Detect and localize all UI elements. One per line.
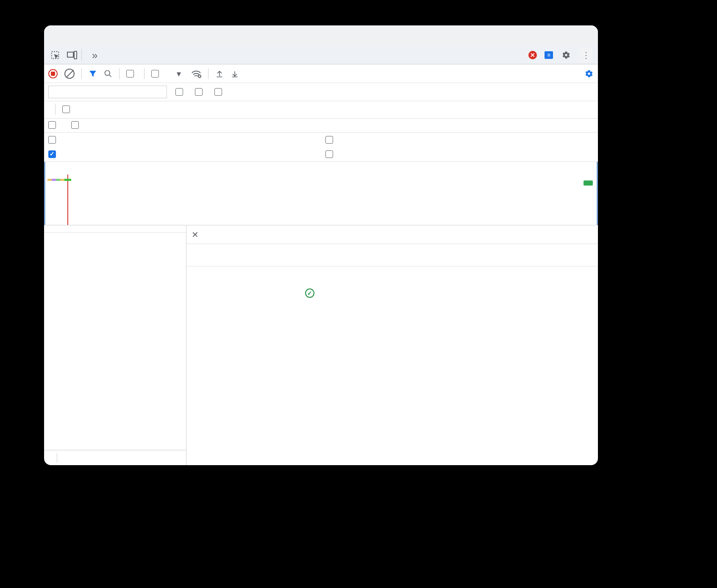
checkbox-icon [325, 136, 333, 144]
filter-input[interactable] [48, 86, 167, 98]
window-controls [52, 32, 83, 39]
close-detail-icon[interactable]: ✕ [192, 230, 202, 240]
type-filter-chips [44, 101, 598, 119]
checkbox-icon [48, 150, 56, 158]
message-icon: ≡ [545, 51, 553, 59]
screenshots-checkbox[interactable] [325, 150, 336, 158]
split-pane: ✕ ✓ [44, 225, 598, 465]
checkbox-icon [325, 150, 333, 158]
upload-icon[interactable] [215, 69, 224, 78]
filter-toggle-icon[interactable] [89, 69, 97, 78]
parameters-section [186, 244, 598, 261]
titlebar [44, 25, 598, 46]
record-button[interactable] [48, 69, 58, 78]
download-icon[interactable] [231, 69, 239, 78]
overview-timeline[interactable] [44, 162, 598, 225]
big-rows-checkbox[interactable] [48, 136, 59, 144]
timing-marks [47, 179, 71, 181]
device-icon[interactable] [64, 51, 80, 59]
separator [81, 68, 82, 79]
filter-bar [44, 83, 598, 101]
load-marker [67, 175, 68, 225]
error-icon: ✕ [528, 51, 537, 59]
disable-cache-checkbox[interactable] [151, 70, 162, 78]
range-handle-left[interactable] [44, 162, 45, 225]
group-by-frame-checkbox[interactable] [325, 136, 336, 144]
checkbox-icon [62, 105, 70, 113]
status-value: ✓ [305, 286, 318, 298]
search-icon[interactable] [104, 69, 112, 78]
close-icon[interactable] [52, 32, 59, 39]
result-section: ✓ [186, 266, 598, 312]
checkbox-icon [151, 70, 159, 78]
svg-rect-1 [67, 52, 73, 57]
error-badge[interactable]: ✕ [528, 51, 539, 59]
settings-icon[interactable] [561, 50, 578, 60]
result-tokens-row [203, 302, 581, 311]
status-key [203, 286, 305, 298]
result-status-row: ✓ [203, 282, 581, 302]
separator [144, 68, 145, 79]
svg-rect-2 [74, 51, 77, 59]
checkbox-icon [48, 136, 56, 144]
main-tabs: » ✕ ≡ ⋮ [44, 46, 598, 64]
request-list [44, 225, 186, 465]
checkbox-icon [195, 88, 203, 96]
chevron-down-icon: ▾ [177, 69, 181, 79]
inspect-icon[interactable] [47, 50, 63, 60]
maximize-icon[interactable] [75, 32, 83, 39]
network-settings-icon[interactable] [584, 69, 594, 78]
request-list-header[interactable] [44, 225, 186, 233]
separator [208, 68, 208, 79]
clear-button[interactable] [64, 69, 75, 79]
separator [81, 50, 82, 61]
detail-pane: ✕ ✓ [186, 225, 598, 465]
separator [55, 104, 56, 115]
range-handle-right[interactable] [597, 162, 598, 225]
checkbox-icon [175, 88, 183, 96]
detail-tabs: ✕ [186, 225, 598, 244]
checkbox-icon [214, 88, 222, 96]
timing-segment [584, 180, 593, 186]
third-party-checkbox[interactable] [71, 121, 82, 129]
more-tabs-icon[interactable]: » [85, 45, 104, 65]
blocked-cookies-checkbox[interactable] [62, 105, 73, 113]
message-badge[interactable]: ≡ [545, 51, 555, 59]
separator [57, 453, 57, 463]
overview-checkbox[interactable] [48, 150, 59, 158]
success-icon: ✓ [305, 288, 314, 298]
separator [119, 68, 119, 79]
status-bar [44, 450, 186, 465]
blocked-row [44, 119, 598, 133]
svg-point-3 [105, 70, 110, 75]
options-grid [44, 133, 598, 162]
network-conditions-icon[interactable] [191, 69, 201, 78]
preserve-log-checkbox[interactable] [126, 70, 137, 78]
devtools-window: » ✕ ≡ ⋮ [44, 25, 598, 465]
checkbox-icon [71, 121, 79, 129]
minimize-icon[interactable] [64, 32, 71, 39]
throttling-select[interactable]: ▾ [169, 69, 184, 79]
blocked-requests-checkbox[interactable] [48, 121, 59, 129]
hide-data-urls-checkbox[interactable] [195, 88, 206, 96]
invert-checkbox[interactable] [175, 88, 186, 96]
network-toolbar: ▾ [44, 64, 598, 83]
checkbox-icon [48, 121, 56, 129]
kebab-menu-icon[interactable]: ⋮ [579, 47, 593, 63]
hide-ext-urls-checkbox[interactable] [214, 88, 225, 96]
checkbox-icon [126, 70, 134, 78]
svg-point-4 [198, 75, 201, 78]
